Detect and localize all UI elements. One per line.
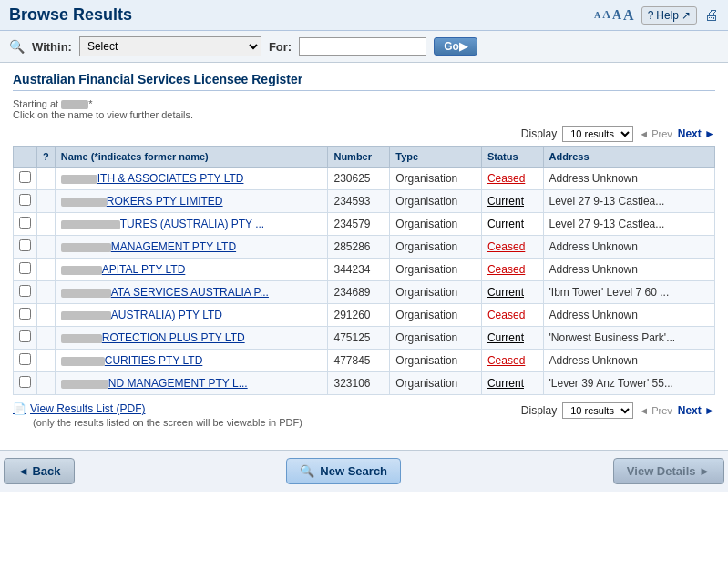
- status-badge: Ceased: [487, 240, 525, 253]
- for-input[interactable]: [299, 37, 426, 56]
- cell-address: Address Unknown: [543, 304, 714, 327]
- cell-status: Current: [481, 372, 543, 395]
- name-link[interactable]: ATA SERVICES AUSTRALIA P...: [111, 286, 269, 299]
- row-checkbox[interactable]: [19, 330, 31, 342]
- cell-number: 475125: [328, 327, 390, 350]
- cell-number: 234579: [328, 213, 390, 236]
- font-size-xlarge[interactable]: A: [623, 7, 634, 24]
- go-button[interactable]: Go▶: [434, 37, 477, 56]
- starting-info: Starting at * Click on the name to view …: [13, 98, 715, 120]
- table-row: CURITIES PTY LTD477845OrganisationCeased…: [14, 350, 715, 372]
- register-title: Australian Financial Services Licensee R…: [13, 72, 715, 91]
- redacted-name: [61, 380, 108, 389]
- redacted-start: [61, 100, 88, 109]
- cell-type: Organisation: [390, 327, 482, 350]
- print-icon[interactable]: 🖨: [704, 7, 719, 24]
- cell-status: Current: [481, 213, 543, 236]
- name-link[interactable]: AUSTRALIA) PTY LTD: [111, 309, 222, 321]
- row-checkbox[interactable]: [19, 217, 31, 229]
- cell-name: MANAGEMENT PTY LTD: [55, 236, 328, 259]
- redacted-name: [61, 334, 102, 343]
- cell-type: Organisation: [390, 236, 482, 259]
- results-select-bottom[interactable]: 10 results: [562, 402, 633, 419]
- name-link[interactable]: CURITIES PTY LTD: [105, 354, 203, 367]
- within-label: Within:: [32, 40, 72, 54]
- cell-number: 234593: [328, 190, 390, 213]
- table-header-row: ? Name (*indicates former name) Number T…: [14, 147, 715, 168]
- name-link[interactable]: MANAGEMENT PTY LTD: [111, 240, 236, 253]
- row-checkbox[interactable]: [19, 171, 31, 183]
- pdf-link[interactable]: 📄 View Results List (PDF): [13, 402, 302, 415]
- question-icon: ?: [648, 9, 654, 22]
- bottom-area: 📄 View Results List (PDF) (only the resu…: [13, 402, 715, 428]
- question-col: [37, 372, 56, 395]
- view-details-button[interactable]: View Details ►: [613, 458, 724, 484]
- font-size-controls: A A A A: [594, 7, 634, 24]
- question-col: [37, 213, 56, 236]
- display-label-bottom: Display: [521, 404, 557, 417]
- row-checkbox[interactable]: [19, 353, 31, 365]
- col-address: Address: [543, 147, 714, 168]
- name-link[interactable]: ROTECTION PLUS PTY LTD: [102, 331, 245, 344]
- table-row: APITAL PTY LTD344234OrganisationCeasedAd…: [14, 259, 715, 281]
- cell-address: Address Unknown: [543, 236, 714, 259]
- name-link[interactable]: TURES (AUSTRALIA) PTY ...: [120, 218, 264, 230]
- row-checkbox[interactable]: [19, 239, 31, 251]
- cell-address: Level 27 9-13 Castlea...: [543, 213, 714, 236]
- cell-address: Address Unknown: [543, 168, 714, 190]
- row-checkbox[interactable]: [19, 376, 31, 388]
- help-button[interactable]: ? Help ↗: [641, 6, 697, 25]
- font-size-large[interactable]: A: [612, 8, 621, 23]
- next-button-bottom[interactable]: Next ►: [678, 404, 715, 417]
- font-size-medium[interactable]: A: [602, 8, 610, 22]
- table-row: ITH & ASSOCIATES PTY LTD230625Organisati…: [14, 168, 715, 190]
- row-checkbox[interactable]: [19, 308, 31, 320]
- button-row: ◄ Back 🔍 New Search View Details ►: [0, 450, 728, 492]
- name-link[interactable]: APITAL PTY LTD: [102, 263, 186, 276]
- cell-address: 'Lever 39 Anz Tower' 55...: [543, 372, 714, 395]
- prev-button-bottom[interactable]: ◄ Prev: [639, 405, 672, 416]
- back-button[interactable]: ◄ Back: [4, 458, 75, 484]
- row-checkbox[interactable]: [19, 262, 31, 274]
- cell-status: Ceased: [481, 259, 543, 281]
- cell-status: Current: [481, 281, 543, 304]
- redacted-name: [61, 289, 111, 298]
- row-checkbox[interactable]: [19, 285, 31, 297]
- prev-button-top[interactable]: ◄ Prev: [639, 128, 672, 139]
- status-badge: Current: [487, 195, 524, 208]
- name-link[interactable]: ND MANAGEMENT PTY L...: [108, 377, 248, 390]
- search-bar: 🔍 Within: Select For: Go▶: [0, 31, 728, 63]
- col-type: Type: [390, 147, 482, 168]
- within-select[interactable]: Select: [79, 36, 261, 56]
- top-nav-bar: Display 10 results ◄ Prev Next ►: [13, 126, 715, 142]
- cell-status: Ceased: [481, 350, 543, 372]
- pdf-link-text: View Results List (PDF): [30, 402, 145, 415]
- name-link[interactable]: ITH & ASSOCIATES PTY LTD: [97, 172, 244, 185]
- row-checkbox[interactable]: [19, 194, 31, 206]
- question-col: [37, 190, 56, 213]
- status-badge: Ceased: [487, 263, 525, 276]
- cell-type: Organisation: [390, 372, 482, 395]
- cell-type: Organisation: [390, 304, 482, 327]
- status-badge: Current: [487, 331, 524, 344]
- redacted-name: [61, 243, 111, 252]
- table-row: ND MANAGEMENT PTY L...323106Organisation…: [14, 372, 715, 395]
- col-name: Name (*indicates former name): [55, 147, 328, 168]
- cell-name: APITAL PTY LTD: [55, 259, 328, 281]
- cell-type: Organisation: [390, 190, 482, 213]
- status-badge: Ceased: [487, 172, 525, 185]
- cell-type: Organisation: [390, 350, 482, 372]
- question-col: [37, 350, 56, 372]
- name-link[interactable]: ROKERS PTY LIMITED: [107, 195, 223, 208]
- table-row: ATA SERVICES AUSTRALIA P...234689Organis…: [14, 281, 715, 304]
- new-search-button[interactable]: 🔍 New Search: [286, 458, 401, 484]
- next-button-top[interactable]: Next ►: [678, 127, 715, 140]
- results-select-top[interactable]: 10 results: [562, 126, 633, 142]
- cell-number: 285286: [328, 236, 390, 259]
- external-link-icon: ↗: [682, 9, 691, 22]
- cell-type: Organisation: [390, 168, 482, 190]
- cell-name: ATA SERVICES AUSTRALIA P...: [55, 281, 328, 304]
- question-col: [37, 281, 56, 304]
- cell-number: 344234: [328, 259, 390, 281]
- font-size-small[interactable]: A: [594, 10, 600, 20]
